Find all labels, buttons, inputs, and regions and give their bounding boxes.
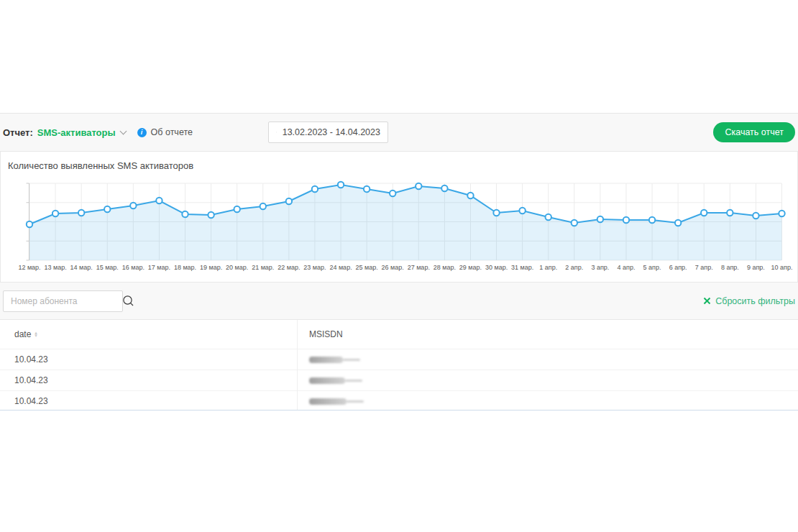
results-table: date ▴▾ MSISDN 10.04.23 10.04.23 10.04.2… (0, 319, 798, 411)
svg-text:14 мар.: 14 мар. (70, 264, 93, 271)
redacted-msisdn (309, 398, 347, 405)
search-button[interactable] (122, 291, 134, 311)
sms-activators-area-chart: 12 мар.13 мар.14 мар.15 мар.16 мар.17 ма… (1, 175, 797, 278)
svg-text:15 мар.: 15 мар. (96, 264, 119, 271)
report-label: Отчет: (3, 127, 33, 138)
svg-text:8 апр.: 8 апр. (721, 264, 739, 271)
redacted-msisdn (309, 357, 343, 363)
reset-filters-label: Сбросить фильтры (715, 296, 795, 306)
download-report-button[interactable]: Скачать отчет (713, 122, 795, 142)
svg-text:3 апр.: 3 апр. (591, 264, 609, 271)
cell-date: 10.04.23 (0, 396, 297, 406)
svg-text:1 апр.: 1 апр. (539, 264, 557, 271)
svg-text:17 мар.: 17 мар. (148, 264, 170, 271)
chart-title: Количество выявленных SMS активаторов (1, 152, 797, 172)
about-report-link[interactable]: i Об отчете (137, 127, 193, 137)
svg-text:19 мар.: 19 мар. (200, 264, 222, 271)
cell-msisdn (297, 377, 345, 384)
svg-text:12 мар.: 12 мар. (18, 264, 40, 271)
svg-text:5 апр.: 5 апр. (643, 264, 661, 271)
subscriber-search-box (3, 290, 123, 312)
svg-text:30 мар.: 30 мар. (485, 264, 508, 271)
calendar-icon (276, 127, 277, 137)
column-header-msisdn: MSISDN (297, 329, 343, 339)
search-icon (122, 295, 134, 307)
top-whitespace (0, 0, 798, 113)
svg-text:29 мар.: 29 мар. (459, 264, 482, 271)
svg-text:23 мар.: 23 мар. (303, 264, 326, 271)
report-header: Отчет: SMS-активаторы i Об отчете 13.02.… (0, 114, 798, 151)
report-band: Отчет: SMS-активаторы i Об отчете 13.02.… (0, 113, 798, 319)
svg-text:6 апр.: 6 апр. (669, 264, 687, 271)
svg-text:26 мар.: 26 мар. (382, 264, 404, 271)
info-icon: i (137, 128, 147, 137)
svg-text:9 апр.: 9 апр. (747, 264, 765, 271)
svg-text:7 апр.: 7 апр. (695, 264, 713, 271)
date-range-picker[interactable]: 13.02.2023 - 14.04.2023 (268, 121, 388, 143)
cell-date: 10.04.23 (0, 354, 297, 364)
table-row: 10.04.23 (0, 391, 798, 411)
subscriber-number-input[interactable] (4, 296, 122, 306)
column-divider (297, 320, 298, 410)
about-report-label: Об отчете (151, 127, 193, 137)
svg-text:18 мар.: 18 мар. (174, 264, 196, 271)
table-header-row: date ▴▾ MSISDN (0, 320, 798, 349)
svg-text:21 мар.: 21 мар. (252, 264, 274, 271)
chevron-down-icon (119, 128, 127, 135)
svg-text:25 мар.: 25 мар. (356, 264, 378, 271)
cell-msisdn (297, 357, 343, 363)
table-row: 10.04.23 (0, 349, 798, 370)
cell-date: 10.04.23 (0, 375, 297, 385)
report-name: SMS-активаторы (37, 127, 116, 138)
x-icon (703, 297, 711, 305)
svg-text:24 мар.: 24 мар. (329, 264, 352, 271)
reset-filters-link[interactable]: Сбросить фильтры (703, 296, 795, 306)
redacted-msisdn (309, 377, 345, 384)
svg-text:28 мар.: 28 мар. (434, 264, 456, 271)
report-type-dropdown[interactable]: SMS-активаторы (37, 127, 126, 138)
date-range-value: 13.02.2023 - 14.04.2023 (283, 127, 380, 137)
sort-icon: ▴▾ (35, 331, 37, 337)
chart-card: Количество выявленных SMS активаторов 12… (0, 151, 798, 283)
column-header-date[interactable]: date ▴▾ (0, 329, 297, 339)
svg-text:16 мар.: 16 мар. (122, 264, 145, 271)
svg-text:20 мар.: 20 мар. (226, 264, 248, 271)
filter-bar: Сбросить фильтры (0, 283, 798, 319)
svg-text:31 мар.: 31 мар. (511, 264, 533, 271)
svg-text:22 мар.: 22 мар. (278, 264, 300, 271)
svg-text:2 апр.: 2 апр. (565, 264, 583, 271)
svg-text:4 апр.: 4 апр. (618, 264, 636, 271)
svg-text:10 апр.: 10 апр. (771, 264, 793, 271)
svg-text:27 мар.: 27 мар. (408, 264, 430, 271)
cell-msisdn (297, 398, 347, 405)
svg-text:13 мар.: 13 мар. (44, 264, 66, 271)
table-row: 10.04.23 (0, 370, 798, 391)
